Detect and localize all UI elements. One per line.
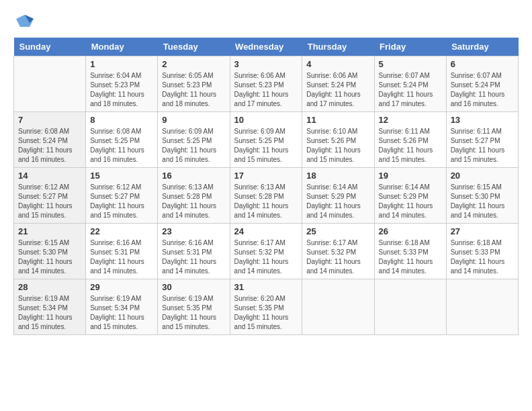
page-header bbox=[13, 13, 519, 27]
logo bbox=[13, 13, 35, 27]
calendar-cell: 15Sunrise: 6:12 AMSunset: 5:27 PMDayligh… bbox=[86, 168, 158, 224]
day-number: 14 bbox=[18, 171, 81, 181]
day-info: Sunrise: 6:16 AMSunset: 5:31 PMDaylight:… bbox=[162, 238, 225, 276]
calendar-cell: 18Sunrise: 6:14 AMSunset: 5:29 PMDayligh… bbox=[302, 168, 374, 224]
logo-icon bbox=[15, 13, 35, 30]
calendar-week-1: 1Sunrise: 6:04 AMSunset: 5:23 PMDaylight… bbox=[14, 56, 519, 112]
calendar-header-saturday: Saturday bbox=[446, 38, 518, 56]
calendar-cell: 30Sunrise: 6:19 AMSunset: 5:35 PMDayligh… bbox=[158, 279, 230, 335]
calendar-cell: 9Sunrise: 6:09 AMSunset: 5:25 PMDaylight… bbox=[158, 112, 230, 168]
calendar-cell: 29Sunrise: 6:19 AMSunset: 5:34 PMDayligh… bbox=[86, 279, 158, 335]
calendar-cell: 25Sunrise: 6:17 AMSunset: 5:32 PMDayligh… bbox=[302, 224, 374, 279]
day-number: 30 bbox=[162, 282, 225, 292]
day-number: 17 bbox=[234, 171, 298, 181]
day-number: 13 bbox=[451, 115, 514, 125]
calendar-header-monday: Monday bbox=[86, 38, 158, 56]
calendar-cell: 13Sunrise: 6:11 AMSunset: 5:27 PMDayligh… bbox=[446, 112, 518, 168]
calendar-cell: 23Sunrise: 6:16 AMSunset: 5:31 PMDayligh… bbox=[158, 224, 230, 279]
calendar-header-thursday: Thursday bbox=[302, 38, 374, 56]
calendar-week-3: 14Sunrise: 6:12 AMSunset: 5:27 PMDayligh… bbox=[14, 168, 519, 224]
day-info: Sunrise: 6:08 AMSunset: 5:25 PMDaylight:… bbox=[90, 127, 153, 165]
day-info: Sunrise: 6:18 AMSunset: 5:33 PMDaylight:… bbox=[451, 238, 514, 276]
day-info: Sunrise: 6:11 AMSunset: 5:27 PMDaylight:… bbox=[451, 127, 514, 165]
day-number: 19 bbox=[379, 171, 442, 181]
calendar-cell: 12Sunrise: 6:11 AMSunset: 5:26 PMDayligh… bbox=[374, 112, 446, 168]
calendar-cell: 8Sunrise: 6:08 AMSunset: 5:25 PMDaylight… bbox=[86, 112, 158, 168]
day-number: 28 bbox=[18, 282, 81, 292]
calendar-table: SundayMondayTuesdayWednesdayThursdayFrid… bbox=[13, 38, 519, 335]
day-number: 7 bbox=[18, 115, 81, 125]
calendar-cell: 14Sunrise: 6:12 AMSunset: 5:27 PMDayligh… bbox=[14, 168, 86, 224]
calendar-week-4: 21Sunrise: 6:15 AMSunset: 5:30 PMDayligh… bbox=[14, 224, 519, 279]
day-number: 12 bbox=[379, 115, 442, 125]
day-number: 18 bbox=[306, 171, 369, 181]
day-number: 23 bbox=[162, 226, 225, 236]
day-number: 27 bbox=[451, 226, 514, 236]
calendar-week-2: 7Sunrise: 6:08 AMSunset: 5:24 PMDaylight… bbox=[14, 112, 519, 168]
calendar-cell: 17Sunrise: 6:13 AMSunset: 5:28 PMDayligh… bbox=[230, 168, 302, 224]
day-info: Sunrise: 6:19 AMSunset: 5:34 PMDaylight:… bbox=[90, 294, 153, 332]
day-info: Sunrise: 6:06 AMSunset: 5:24 PMDaylight:… bbox=[306, 71, 369, 109]
day-number: 25 bbox=[306, 226, 369, 236]
calendar-cell: 21Sunrise: 6:15 AMSunset: 5:30 PMDayligh… bbox=[14, 224, 86, 279]
day-info: Sunrise: 6:09 AMSunset: 5:25 PMDaylight:… bbox=[162, 127, 225, 165]
day-info: Sunrise: 6:05 AMSunset: 5:23 PMDaylight:… bbox=[162, 71, 225, 109]
calendar-cell bbox=[302, 279, 374, 335]
calendar-cell: 24Sunrise: 6:17 AMSunset: 5:32 PMDayligh… bbox=[230, 224, 302, 279]
day-info: Sunrise: 6:12 AMSunset: 5:27 PMDaylight:… bbox=[18, 183, 81, 220]
day-info: Sunrise: 6:16 AMSunset: 5:31 PMDaylight:… bbox=[90, 238, 153, 276]
day-number: 10 bbox=[234, 115, 298, 125]
day-info: Sunrise: 6:18 AMSunset: 5:33 PMDaylight:… bbox=[379, 238, 442, 276]
calendar-header-sunday: Sunday bbox=[14, 38, 86, 56]
day-info: Sunrise: 6:20 AMSunset: 5:35 PMDaylight:… bbox=[234, 294, 298, 332]
day-info: Sunrise: 6:10 AMSunset: 5:26 PMDaylight:… bbox=[306, 127, 369, 165]
calendar-header-row: SundayMondayTuesdayWednesdayThursdayFrid… bbox=[14, 38, 519, 56]
day-number: 2 bbox=[162, 59, 225, 69]
calendar-cell bbox=[446, 279, 518, 335]
calendar-cell: 10Sunrise: 6:09 AMSunset: 5:25 PMDayligh… bbox=[230, 112, 302, 168]
day-number: 20 bbox=[451, 171, 514, 181]
day-number: 31 bbox=[234, 282, 298, 292]
day-info: Sunrise: 6:14 AMSunset: 5:29 PMDaylight:… bbox=[306, 183, 369, 220]
day-number: 6 bbox=[451, 59, 514, 69]
calendar-cell: 1Sunrise: 6:04 AMSunset: 5:23 PMDaylight… bbox=[86, 56, 158, 112]
day-info: Sunrise: 6:07 AMSunset: 5:24 PMDaylight:… bbox=[379, 71, 442, 109]
calendar-cell: 20Sunrise: 6:15 AMSunset: 5:30 PMDayligh… bbox=[446, 168, 518, 224]
day-number: 15 bbox=[90, 171, 153, 181]
day-info: Sunrise: 6:15 AMSunset: 5:30 PMDaylight:… bbox=[451, 183, 514, 220]
day-info: Sunrise: 6:11 AMSunset: 5:26 PMDaylight:… bbox=[379, 127, 442, 165]
calendar-cell: 22Sunrise: 6:16 AMSunset: 5:31 PMDayligh… bbox=[86, 224, 158, 279]
day-info: Sunrise: 6:17 AMSunset: 5:32 PMDaylight:… bbox=[234, 238, 298, 276]
calendar-cell: 6Sunrise: 6:07 AMSunset: 5:24 PMDaylight… bbox=[446, 56, 518, 112]
day-number: 1 bbox=[90, 59, 153, 69]
calendar-header-tuesday: Tuesday bbox=[158, 38, 230, 56]
day-number: 9 bbox=[162, 115, 225, 125]
day-info: Sunrise: 6:06 AMSunset: 5:23 PMDaylight:… bbox=[234, 71, 298, 109]
day-info: Sunrise: 6:19 AMSunset: 5:35 PMDaylight:… bbox=[162, 294, 225, 332]
calendar-week-5: 28Sunrise: 6:19 AMSunset: 5:34 PMDayligh… bbox=[14, 279, 519, 335]
calendar-cell bbox=[374, 279, 446, 335]
day-number: 21 bbox=[18, 226, 81, 236]
day-number: 16 bbox=[162, 171, 225, 181]
day-number: 29 bbox=[90, 282, 153, 292]
calendar-cell: 7Sunrise: 6:08 AMSunset: 5:24 PMDaylight… bbox=[14, 112, 86, 168]
day-number: 26 bbox=[379, 226, 442, 236]
calendar-cell: 5Sunrise: 6:07 AMSunset: 5:24 PMDaylight… bbox=[374, 56, 446, 112]
day-number: 8 bbox=[90, 115, 153, 125]
calendar-cell: 4Sunrise: 6:06 AMSunset: 5:24 PMDaylight… bbox=[302, 56, 374, 112]
day-info: Sunrise: 6:15 AMSunset: 5:30 PMDaylight:… bbox=[18, 238, 81, 276]
day-info: Sunrise: 6:19 AMSunset: 5:34 PMDaylight:… bbox=[18, 294, 81, 332]
day-number: 3 bbox=[234, 59, 298, 69]
day-info: Sunrise: 6:14 AMSunset: 5:29 PMDaylight:… bbox=[379, 183, 442, 220]
day-info: Sunrise: 6:13 AMSunset: 5:28 PMDaylight:… bbox=[162, 183, 225, 220]
calendar-header-wednesday: Wednesday bbox=[230, 38, 302, 56]
calendar-cell: 3Sunrise: 6:06 AMSunset: 5:23 PMDaylight… bbox=[230, 56, 302, 112]
day-number: 11 bbox=[306, 115, 369, 125]
day-info: Sunrise: 6:12 AMSunset: 5:27 PMDaylight:… bbox=[90, 183, 153, 220]
calendar-header-friday: Friday bbox=[374, 38, 446, 56]
day-info: Sunrise: 6:17 AMSunset: 5:32 PMDaylight:… bbox=[306, 238, 369, 276]
day-info: Sunrise: 6:04 AMSunset: 5:23 PMDaylight:… bbox=[90, 71, 153, 109]
day-number: 5 bbox=[379, 59, 442, 69]
calendar-cell: 28Sunrise: 6:19 AMSunset: 5:34 PMDayligh… bbox=[14, 279, 86, 335]
calendar-cell: 19Sunrise: 6:14 AMSunset: 5:29 PMDayligh… bbox=[374, 168, 446, 224]
